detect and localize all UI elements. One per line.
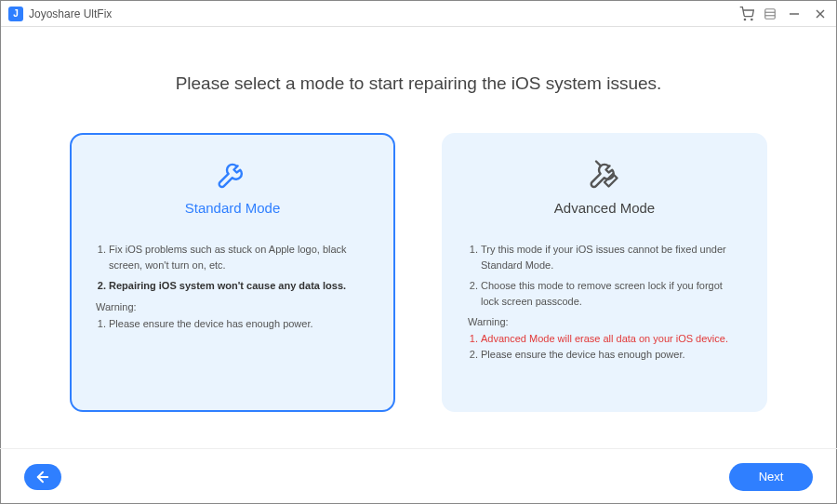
titlebar: J Joyoshare UltFix bbox=[1, 1, 836, 27]
mode-card-standard[interactable]: Standard Mode Fix iOS problems such as s… bbox=[70, 133, 395, 412]
svg-point-0 bbox=[744, 19, 745, 20]
advanced-mode-title: Advanced Mode bbox=[468, 200, 741, 216]
tools-icon bbox=[468, 157, 741, 191]
app-title: Joyoshare UltFix bbox=[29, 7, 739, 20]
svg-point-1 bbox=[751, 19, 752, 20]
next-button[interactable]: Next bbox=[729, 463, 813, 491]
menu-icon[interactable] bbox=[764, 7, 777, 20]
standard-warning-1: Please ensure the device has enough powe… bbox=[109, 316, 369, 332]
advanced-item-1: Try this mode if your iOS issues cannot … bbox=[481, 242, 741, 272]
advanced-mode-list: Try this mode if your iOS issues cannot … bbox=[468, 242, 741, 309]
standard-mode-title: Standard Mode bbox=[96, 200, 369, 216]
main-content: Please select a mode to start repairing … bbox=[1, 27, 836, 447]
cart-icon[interactable] bbox=[739, 7, 754, 21]
page-title: Please select a mode to start repairing … bbox=[57, 73, 780, 94]
standard-mode-list: Fix iOS problems such as stuck on Apple … bbox=[96, 242, 369, 294]
advanced-warning-2: Please ensure the device has enough powe… bbox=[481, 347, 741, 363]
advanced-warning-label: Warning: bbox=[468, 316, 741, 327]
standard-warning-list: Please ensure the device has enough powe… bbox=[96, 316, 369, 332]
minimize-button[interactable] bbox=[786, 6, 803, 22]
mode-card-advanced[interactable]: Advanced Mode Try this mode if your iOS … bbox=[442, 133, 767, 412]
advanced-item-2: Choose this mode to remove screen lock i… bbox=[481, 278, 741, 309]
standard-warning-label: Warning: bbox=[96, 301, 369, 312]
advanced-warning-1: Advanced Mode will erase all data on you… bbox=[481, 331, 741, 347]
close-button[interactable] bbox=[812, 6, 829, 22]
back-button[interactable] bbox=[24, 464, 61, 490]
wrench-icon bbox=[96, 157, 369, 191]
standard-item-1: Fix iOS problems such as stuck on Apple … bbox=[109, 242, 369, 272]
mode-cards: Standard Mode Fix iOS problems such as s… bbox=[57, 133, 780, 412]
app-icon: J bbox=[8, 7, 23, 21]
advanced-warning-list: Advanced Mode will erase all data on you… bbox=[468, 331, 741, 362]
standard-item-2: Repairing iOS system won't cause any dat… bbox=[109, 278, 369, 294]
footer: Next bbox=[0, 448, 837, 504]
svg-rect-2 bbox=[765, 8, 776, 19]
